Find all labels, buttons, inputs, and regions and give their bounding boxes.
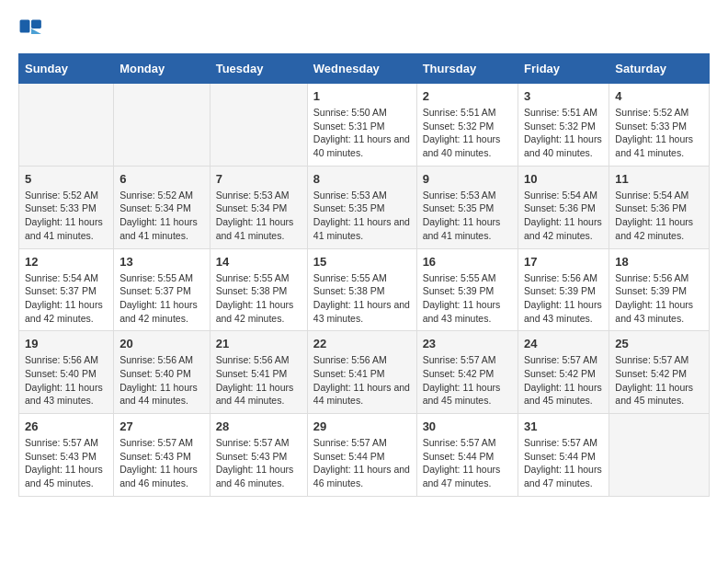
day-info: Sunrise: 5:57 AM Sunset: 5:42 PM Dayligh… xyxy=(615,353,703,408)
day-number: 8 xyxy=(313,172,411,186)
calendar-cell: 6Sunrise: 5:52 AM Sunset: 5:34 PM Daylig… xyxy=(114,166,210,248)
day-info: Sunrise: 5:52 AM Sunset: 5:33 PM Dayligh… xyxy=(25,189,108,243)
day-number: 18 xyxy=(615,255,703,269)
calendar-cell: 7Sunrise: 5:53 AM Sunset: 5:34 PM Daylig… xyxy=(210,166,307,248)
day-number: 24 xyxy=(524,337,603,350)
header-cell-saturday: Saturday xyxy=(609,54,710,84)
day-number: 9 xyxy=(423,172,512,186)
calendar-cell: 17Sunrise: 5:56 AM Sunset: 5:39 PM Dayli… xyxy=(518,248,609,331)
day-number: 26 xyxy=(25,419,108,433)
day-number: 27 xyxy=(119,419,204,433)
day-number: 14 xyxy=(216,255,301,269)
svg-marker-2 xyxy=(31,29,41,34)
calendar-cell: 28Sunrise: 5:57 AM Sunset: 5:43 PM Dayli… xyxy=(210,414,307,497)
day-info: Sunrise: 5:54 AM Sunset: 5:36 PM Dayligh… xyxy=(524,189,603,243)
day-info: Sunrise: 5:57 AM Sunset: 5:44 PM Dayligh… xyxy=(524,436,603,490)
day-info: Sunrise: 5:50 AM Sunset: 5:31 PM Dayligh… xyxy=(313,106,411,160)
day-number: 28 xyxy=(216,419,301,433)
calendar-table: SundayMondayTuesdayWednesdayThursdayFrid… xyxy=(18,53,710,497)
header-cell-friday: Friday xyxy=(518,54,609,84)
logo xyxy=(18,18,48,44)
day-info: Sunrise: 5:53 AM Sunset: 5:34 PM Dayligh… xyxy=(216,189,301,243)
day-info: Sunrise: 5:56 AM Sunset: 5:41 PM Dayligh… xyxy=(216,353,301,408)
day-number: 16 xyxy=(423,255,512,269)
calendar-cell: 8Sunrise: 5:53 AM Sunset: 5:35 PM Daylig… xyxy=(307,166,416,248)
day-number: 29 xyxy=(313,419,411,433)
calendar-cell: 15Sunrise: 5:55 AM Sunset: 5:38 PM Dayli… xyxy=(307,248,416,331)
day-number: 7 xyxy=(216,172,301,186)
calendar-cell: 5Sunrise: 5:52 AM Sunset: 5:33 PM Daylig… xyxy=(19,166,114,248)
calendar-cell: 25Sunrise: 5:57 AM Sunset: 5:42 PM Dayli… xyxy=(609,331,710,414)
calendar-cell: 11Sunrise: 5:54 AM Sunset: 5:36 PM Dayli… xyxy=(609,166,710,248)
day-number: 6 xyxy=(119,172,204,186)
logo-icon xyxy=(18,18,44,44)
day-info: Sunrise: 5:57 AM Sunset: 5:43 PM Dayligh… xyxy=(25,436,108,490)
calendar-header: SundayMondayTuesdayWednesdayThursdayFrid… xyxy=(19,54,710,84)
day-info: Sunrise: 5:57 AM Sunset: 5:42 PM Dayligh… xyxy=(423,353,512,408)
day-info: Sunrise: 5:52 AM Sunset: 5:33 PM Dayligh… xyxy=(615,106,703,160)
day-number: 31 xyxy=(524,419,603,433)
calendar-cell: 24Sunrise: 5:57 AM Sunset: 5:42 PM Dayli… xyxy=(518,331,609,414)
day-number: 3 xyxy=(524,89,603,103)
day-info: Sunrise: 5:57 AM Sunset: 5:44 PM Dayligh… xyxy=(423,436,512,490)
calendar-cell xyxy=(114,84,210,167)
calendar-cell xyxy=(19,84,114,167)
day-info: Sunrise: 5:51 AM Sunset: 5:32 PM Dayligh… xyxy=(524,106,603,160)
calendar-cell: 16Sunrise: 5:55 AM Sunset: 5:39 PM Dayli… xyxy=(416,248,518,331)
day-info: Sunrise: 5:55 AM Sunset: 5:38 PM Dayligh… xyxy=(313,271,411,326)
day-info: Sunrise: 5:53 AM Sunset: 5:35 PM Dayligh… xyxy=(423,189,512,243)
day-number: 15 xyxy=(313,255,411,269)
calendar-cell xyxy=(609,414,710,497)
day-info: Sunrise: 5:53 AM Sunset: 5:35 PM Dayligh… xyxy=(313,189,411,243)
day-info: Sunrise: 5:56 AM Sunset: 5:39 PM Dayligh… xyxy=(615,271,703,326)
day-number: 17 xyxy=(524,255,603,269)
week-row-4: 19Sunrise: 5:56 AM Sunset: 5:40 PM Dayli… xyxy=(19,331,710,414)
header-cell-thursday: Thursday xyxy=(416,54,518,84)
day-info: Sunrise: 5:55 AM Sunset: 5:39 PM Dayligh… xyxy=(423,271,512,326)
calendar-cell xyxy=(210,84,307,167)
calendar-cell: 14Sunrise: 5:55 AM Sunset: 5:38 PM Dayli… xyxy=(210,248,307,331)
day-info: Sunrise: 5:56 AM Sunset: 5:40 PM Dayligh… xyxy=(25,353,108,408)
day-number: 12 xyxy=(25,255,108,269)
day-number: 25 xyxy=(615,337,703,350)
header-cell-tuesday: Tuesday xyxy=(210,54,307,84)
day-number: 23 xyxy=(423,337,512,350)
week-row-2: 5Sunrise: 5:52 AM Sunset: 5:33 PM Daylig… xyxy=(19,166,710,248)
day-number: 20 xyxy=(119,337,204,350)
day-number: 13 xyxy=(119,255,204,269)
day-number: 10 xyxy=(524,172,603,186)
header-row: SundayMondayTuesdayWednesdayThursdayFrid… xyxy=(19,54,710,84)
day-info: Sunrise: 5:57 AM Sunset: 5:44 PM Dayligh… xyxy=(313,436,411,490)
day-info: Sunrise: 5:57 AM Sunset: 5:42 PM Dayligh… xyxy=(524,353,603,408)
day-number: 1 xyxy=(313,89,411,103)
calendar-cell: 13Sunrise: 5:55 AM Sunset: 5:37 PM Dayli… xyxy=(114,248,210,331)
day-info: Sunrise: 5:54 AM Sunset: 5:36 PM Dayligh… xyxy=(615,189,703,243)
calendar-cell: 27Sunrise: 5:57 AM Sunset: 5:43 PM Dayli… xyxy=(114,414,210,497)
calendar-cell: 30Sunrise: 5:57 AM Sunset: 5:44 PM Dayli… xyxy=(416,414,518,497)
day-info: Sunrise: 5:56 AM Sunset: 5:40 PM Dayligh… xyxy=(119,353,204,408)
day-number: 4 xyxy=(615,89,703,103)
day-info: Sunrise: 5:55 AM Sunset: 5:37 PM Dayligh… xyxy=(119,271,204,326)
calendar-cell: 31Sunrise: 5:57 AM Sunset: 5:44 PM Dayli… xyxy=(518,414,609,497)
day-info: Sunrise: 5:52 AM Sunset: 5:34 PM Dayligh… xyxy=(119,189,204,243)
calendar-cell: 26Sunrise: 5:57 AM Sunset: 5:43 PM Dayli… xyxy=(19,414,114,497)
calendar-cell: 2Sunrise: 5:51 AM Sunset: 5:32 PM Daylig… xyxy=(416,84,518,167)
svg-rect-0 xyxy=(20,20,30,33)
calendar-cell: 4Sunrise: 5:52 AM Sunset: 5:33 PM Daylig… xyxy=(609,84,710,167)
header-cell-wednesday: Wednesday xyxy=(307,54,416,84)
calendar-cell: 21Sunrise: 5:56 AM Sunset: 5:41 PM Dayli… xyxy=(210,331,307,414)
svg-rect-1 xyxy=(31,20,41,29)
calendar-cell: 22Sunrise: 5:56 AM Sunset: 5:41 PM Dayli… xyxy=(307,331,416,414)
day-number: 22 xyxy=(313,337,411,350)
calendar-cell: 3Sunrise: 5:51 AM Sunset: 5:32 PM Daylig… xyxy=(518,84,609,167)
day-info: Sunrise: 5:57 AM Sunset: 5:43 PM Dayligh… xyxy=(119,436,204,490)
week-row-5: 26Sunrise: 5:57 AM Sunset: 5:43 PM Dayli… xyxy=(19,414,710,497)
calendar-cell: 20Sunrise: 5:56 AM Sunset: 5:40 PM Dayli… xyxy=(114,331,210,414)
day-number: 11 xyxy=(615,172,703,186)
day-number: 30 xyxy=(423,419,512,433)
week-row-1: 1Sunrise: 5:50 AM Sunset: 5:31 PM Daylig… xyxy=(19,84,710,167)
day-number: 2 xyxy=(423,89,512,103)
calendar-cell: 12Sunrise: 5:54 AM Sunset: 5:37 PM Dayli… xyxy=(19,248,114,331)
day-info: Sunrise: 5:57 AM Sunset: 5:43 PM Dayligh… xyxy=(216,436,301,490)
day-info: Sunrise: 5:54 AM Sunset: 5:37 PM Dayligh… xyxy=(25,271,108,326)
